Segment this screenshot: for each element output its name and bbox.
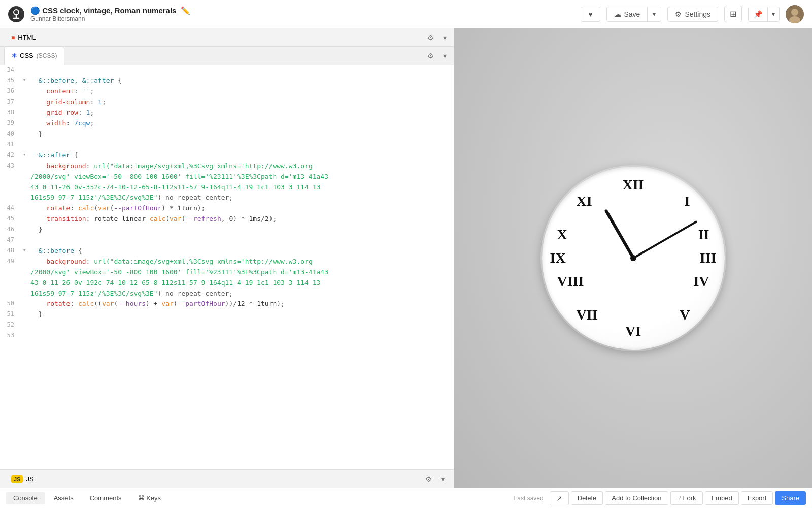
main: ■ HTML ⚙ ▾ ✶ CSS (SCSS) ⚙ ▾: [0, 28, 812, 488]
code-line: 51 }: [0, 309, 454, 320]
code-line: 49 background: url("data:image/svg+xml,%…: [0, 257, 454, 299]
code-line: 53: [0, 331, 454, 341]
comments-tab[interactable]: Comments: [83, 492, 129, 504]
html-icon: ■: [11, 34, 15, 41]
minute-hand: [633, 220, 698, 259]
code-line: 47: [0, 235, 454, 246]
project-info: 🔵 CSS clock, vintage, Roman numerals ✏️ …: [30, 6, 299, 22]
code-line: 38 grid-row: 1;: [0, 108, 454, 118]
css-settings-button[interactable]: ⚙: [424, 51, 437, 61]
external-link-button[interactable]: ↗: [550, 491, 569, 505]
tab-html[interactable]: ■ HTML: [4, 28, 43, 47]
save-button[interactable]: ☁ Save: [607, 7, 648, 21]
center-dot: [630, 255, 636, 261]
code-line: 50 rotate: calc((var(--hours) + var(--pa…: [0, 299, 454, 309]
project-author: Gunnar Bittersmann: [30, 15, 299, 22]
project-title: 🔵 CSS clock, vintage, Roman numerals ✏️: [30, 6, 299, 15]
gear-icon: ⚙: [675, 10, 682, 18]
export-button[interactable]: Export: [741, 491, 773, 505]
layout-icon: ⊞: [730, 10, 736, 18]
fork-button[interactable]: ⑂ Fork: [670, 491, 703, 505]
clock-hands: [542, 167, 725, 350]
code-line: 37 grid-column: 1;: [0, 97, 454, 108]
code-editor[interactable]: 34 35 ▾ &::before, &::after { 36 content…: [0, 65, 454, 469]
tab-js[interactable]: JS JS: [4, 470, 41, 488]
keys-tab[interactable]: ⌘ Keys: [131, 492, 168, 504]
save-group: ☁ Save ▾: [606, 7, 662, 22]
code-line: 42 ▾ &::after {: [0, 150, 454, 161]
add-to-collection-button[interactable]: Add to Collection: [605, 491, 668, 505]
code-line: 40 }: [0, 129, 454, 140]
code-line: 41: [0, 140, 454, 150]
code-line: 35 ▾ &::before, &::after {: [0, 76, 454, 86]
html-settings-button[interactable]: ⚙: [424, 33, 437, 43]
css-tab-row: ✶ CSS (SCSS) ⚙ ▾: [0, 47, 454, 65]
delete-button[interactable]: Delete: [571, 491, 603, 505]
code-line: 39 width: 7cqw;: [0, 118, 454, 129]
heart-button[interactable]: ♥: [581, 7, 600, 22]
js-tab-row: JS JS ⚙ ▾: [0, 469, 454, 488]
css-icon: ✶: [12, 52, 17, 59]
external-link-icon: ↗: [556, 494, 562, 502]
last-saved: Last saved: [514, 495, 544, 502]
layout-button[interactable]: ⊞: [724, 6, 742, 22]
css-collapse-button[interactable]: ▾: [440, 51, 450, 61]
code-line: 48 ▾ &::before {: [0, 246, 454, 257]
html-collapse-button[interactable]: ▾: [440, 33, 450, 43]
html-tab-row: ■ HTML ⚙ ▾: [0, 28, 454, 47]
settings-button[interactable]: ⚙ Settings: [667, 7, 718, 22]
code-line: 46 }: [0, 225, 454, 235]
code-line: 36 content: '';: [0, 86, 454, 97]
css-sublabel: (SCSS): [37, 52, 57, 59]
cloud-icon: ☁: [614, 10, 621, 18]
code-line: 52: [0, 320, 454, 331]
assets-tab[interactable]: Assets: [47, 492, 81, 504]
embed-button[interactable]: Embed: [705, 491, 739, 505]
topbar: 🔵 CSS clock, vintage, Roman numerals ✏️ …: [0, 0, 812, 28]
avatar[interactable]: [786, 5, 804, 23]
pin-icon: 📌: [754, 10, 762, 18]
preview-panel: XII I II III IV V VI VII VIII IX X XI: [454, 28, 812, 488]
hour-hand: [604, 209, 634, 259]
code-line: 34: [0, 65, 454, 76]
bottombar: Console Assets Comments ⌘ Keys Last save…: [0, 488, 812, 508]
js-settings-button[interactable]: ⚙: [422, 474, 435, 484]
tab-css[interactable]: ✶ CSS (SCSS): [4, 47, 64, 65]
save-dropdown-button[interactable]: ▾: [648, 7, 661, 21]
clock-face: XII I II III IV V VI VII VIII IX X XI: [542, 167, 725, 350]
code-line: 44 rotate: calc(var(--partOfHour) * 1tur…: [0, 203, 454, 214]
js-icon: JS: [11, 475, 23, 483]
js-collapse-button[interactable]: ▾: [438, 474, 448, 484]
pin-dropdown-button[interactable]: ▾: [768, 7, 779, 21]
share-button[interactable]: Share: [775, 491, 806, 505]
editor-panel: ■ HTML ⚙ ▾ ✶ CSS (SCSS) ⚙ ▾: [0, 28, 454, 488]
logo: [8, 6, 24, 22]
console-tab[interactable]: Console: [6, 492, 45, 504]
svg-point-5: [791, 9, 798, 16]
pin-button[interactable]: 📌: [749, 7, 768, 21]
fork-icon: ⑂: [677, 494, 681, 502]
clock: XII I II III IV V VI VII VIII IX X XI: [542, 167, 725, 350]
heart-icon: ♥: [588, 10, 592, 18]
code-line: 43 background: url("data:image/svg+xml,%…: [0, 161, 454, 203]
code-line: 45 transition: rotate linear calc(var(--…: [0, 214, 454, 225]
pin-group: 📌 ▾: [748, 7, 780, 22]
